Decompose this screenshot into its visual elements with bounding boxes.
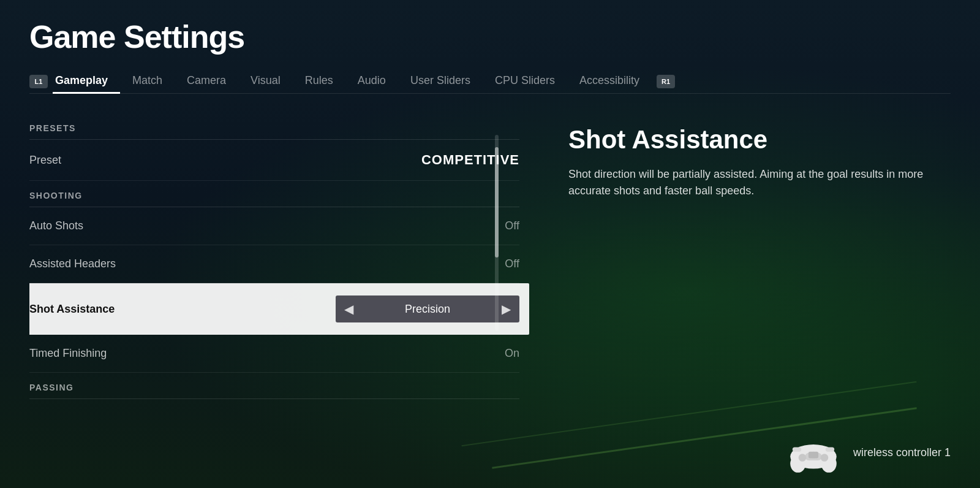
setting-value-preset: COMPETITIVE bbox=[421, 152, 519, 168]
section-shooting: SHOOTING bbox=[29, 181, 519, 207]
scroll-thumb bbox=[495, 147, 499, 257]
controller-icon bbox=[786, 432, 841, 473]
tab-camera[interactable]: Camera bbox=[175, 69, 238, 94]
setting-value-timed-finishing: On bbox=[505, 347, 519, 360]
left-panel: PRESETS Preset COMPETITIVE SHOOTING Auto… bbox=[29, 113, 532, 476]
section-presets: PRESETS bbox=[29, 113, 519, 140]
setting-row-shot-assistance[interactable]: Shot Assistance ◀ Precision ▶ bbox=[29, 283, 529, 335]
tab-rules[interactable]: Rules bbox=[293, 69, 345, 94]
page-title: Game Settings bbox=[29, 20, 951, 55]
svg-rect-8 bbox=[826, 447, 834, 451]
detail-description: Shot direction will be partially assiste… bbox=[568, 166, 936, 199]
tab-cpu-sliders[interactable]: CPU Sliders bbox=[483, 69, 567, 94]
setting-row-timed-finishing[interactable]: Timed Finishing On bbox=[29, 335, 519, 373]
svg-point-6 bbox=[821, 454, 829, 462]
setting-name-timed-finishing: Timed Finishing bbox=[29, 347, 107, 360]
detail-title: Shot Assistance bbox=[568, 126, 951, 154]
tab-match[interactable]: Match bbox=[120, 69, 175, 94]
setting-name-assisted-headers: Assisted Headers bbox=[29, 257, 116, 270]
right-panel: Shot Assistance Shot direction will be p… bbox=[532, 113, 951, 476]
tab-gameplay[interactable]: Gameplay bbox=[53, 69, 120, 94]
setting-value-auto-shots: Off bbox=[505, 219, 519, 232]
setting-row-preset[interactable]: Preset COMPETITIVE bbox=[29, 140, 519, 181]
l1-badge: L1 bbox=[29, 75, 48, 88]
section-passing: PASSING bbox=[29, 373, 519, 399]
r1-badge: R1 bbox=[657, 75, 675, 88]
setting-row-assisted-headers[interactable]: Assisted Headers Off bbox=[29, 245, 519, 283]
svg-rect-9 bbox=[809, 452, 818, 459]
svg-rect-7 bbox=[793, 447, 801, 451]
controller-label: wireless controller 1 bbox=[853, 446, 951, 459]
selector-shot-assistance[interactable]: ◀ Precision ▶ bbox=[336, 295, 519, 322]
svg-point-5 bbox=[799, 454, 807, 462]
selector-left-arrow[interactable]: ◀ bbox=[336, 302, 362, 316]
tab-visual[interactable]: Visual bbox=[238, 69, 293, 94]
tab-audio[interactable]: Audio bbox=[345, 69, 398, 94]
navigation-bar: L1 Gameplay Match Camera Visual Rules Au… bbox=[29, 69, 951, 94]
main-layout: PRESETS Preset COMPETITIVE SHOOTING Auto… bbox=[29, 113, 951, 476]
scroll-indicator[interactable] bbox=[495, 135, 499, 331]
setting-row-auto-shots[interactable]: Auto Shots Off bbox=[29, 207, 519, 245]
tab-user-sliders[interactable]: User Sliders bbox=[398, 69, 483, 94]
tab-accessibility[interactable]: Accessibility bbox=[567, 69, 652, 94]
selector-current-value: Precision bbox=[362, 303, 493, 316]
setting-name-preset: Preset bbox=[29, 154, 61, 167]
setting-name-shot-assistance: Shot Assistance bbox=[29, 303, 115, 316]
setting-value-assisted-headers: Off bbox=[505, 257, 519, 270]
setting-name-auto-shots: Auto Shots bbox=[29, 219, 83, 232]
controller-area: wireless controller 1 bbox=[786, 432, 951, 473]
